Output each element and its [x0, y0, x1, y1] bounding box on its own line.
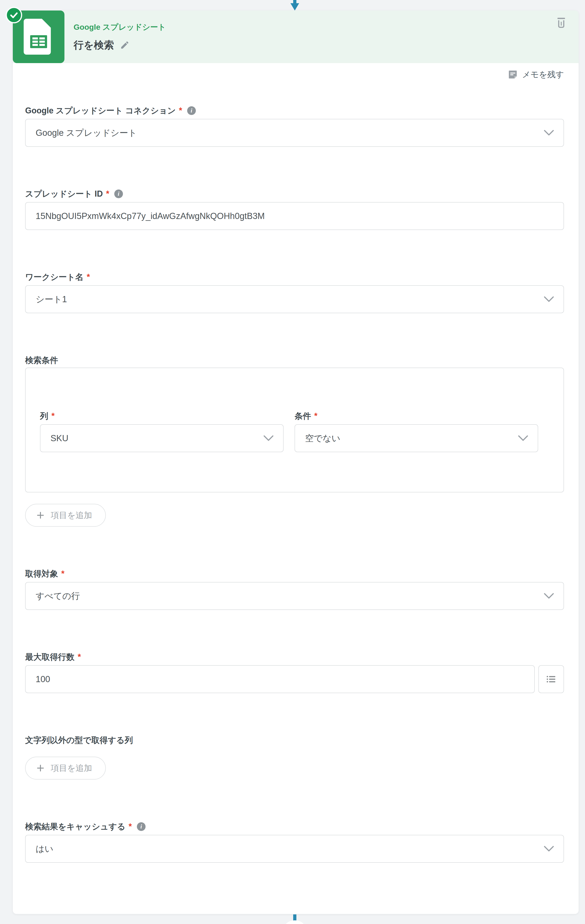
- cache-value: はい: [36, 843, 53, 855]
- app-name-label: Google スプレッドシート: [74, 22, 166, 32]
- column-label: 列: [40, 411, 48, 422]
- required-mark: *: [51, 411, 54, 421]
- field-worksheet-name: ワークシート名 * シート1: [25, 272, 564, 313]
- connector-arrow-icon: [290, 3, 299, 10]
- field-non-string-columns: 文字列以外の型で取得する列 項目を追加: [25, 735, 564, 779]
- max-rows-label: 最大取得行数: [25, 652, 74, 663]
- cache-select[interactable]: はい: [25, 835, 564, 863]
- chevron-down-icon: [544, 846, 554, 852]
- worksheet-name-label: ワークシート名: [25, 272, 83, 283]
- leave-note-link[interactable]: メモを残す: [13, 69, 564, 81]
- info-icon[interactable]: i: [137, 822, 145, 831]
- plus-icon: [36, 764, 45, 772]
- step-title: 行を検索: [74, 39, 114, 51]
- add-condition-button[interactable]: 項目を追加: [25, 504, 106, 527]
- target-label: 取得対象: [25, 568, 58, 579]
- next-node-hint: [285, 920, 305, 924]
- required-mark: *: [314, 411, 317, 421]
- column-select[interactable]: SKU: [40, 424, 283, 452]
- info-icon[interactable]: i: [114, 190, 123, 198]
- google-sheets-app-tile: [13, 10, 64, 63]
- max-rows-value: 100: [36, 674, 50, 684]
- target-select[interactable]: すべての行: [25, 582, 564, 610]
- chevron-down-icon: [518, 435, 528, 441]
- chevron-down-icon: [264, 435, 274, 441]
- required-mark: *: [78, 652, 81, 662]
- insert-variable-button[interactable]: [538, 665, 564, 693]
- required-mark: *: [87, 272, 90, 282]
- workflow-canvas: { "ui": { "required": "*", "info": "i" }…: [0, 0, 585, 924]
- note-icon: [508, 69, 518, 80]
- leave-note-label: メモを残す: [522, 69, 564, 80]
- condition-column-group: 列 * SKU: [40, 411, 283, 452]
- connection-value: Google スプレッドシート: [36, 127, 137, 139]
- required-mark: *: [106, 189, 109, 199]
- target-value: すべての行: [36, 590, 80, 602]
- list-icon: [545, 673, 557, 685]
- info-icon[interactable]: i: [187, 106, 196, 115]
- plus-icon: [36, 511, 45, 520]
- add-non-string-column-button[interactable]: 項目を追加: [25, 757, 106, 779]
- required-mark: *: [129, 822, 132, 832]
- field-cache: 検索結果をキャッシュする * i はい: [25, 822, 564, 863]
- cache-label: 検索結果をキャッシュする: [25, 821, 125, 832]
- connection-label: Google スプレッドシート コネクション: [25, 105, 176, 116]
- field-connection: Google スプレッドシート コネクション * i Google スプレッドシ…: [25, 106, 564, 147]
- condition-operator-group: 条件 * 空でない: [295, 411, 538, 452]
- search-conditions-label: 検索条件: [25, 355, 58, 366]
- chevron-down-icon: [544, 296, 554, 302]
- required-mark: *: [179, 106, 182, 116]
- delete-step-button[interactable]: [555, 16, 567, 29]
- condition-select[interactable]: 空でない: [295, 424, 538, 452]
- search-conditions-box: 列 * SKU 条件 *: [25, 368, 564, 492]
- trash-icon: [556, 16, 566, 28]
- add-non-string-column-label: 項目を追加: [51, 762, 92, 774]
- worksheet-name-value: シート1: [36, 294, 67, 305]
- chevron-down-icon: [544, 593, 554, 599]
- step-card-google-sheets: Google スプレッドシート 行を検索 メモを残す: [13, 10, 578, 914]
- connection-select[interactable]: Google スプレッドシート: [25, 119, 564, 147]
- spreadsheet-id-input[interactable]: 15NbgOUI5PxmWk4xCp77y_idAwGzAfwgNkQOHh0g…: [25, 202, 564, 230]
- required-mark: *: [61, 569, 64, 579]
- condition-value: 空でない: [305, 432, 341, 444]
- field-target: 取得対象 * すべての行: [25, 569, 564, 610]
- step-header-texts: Google スプレッドシート 行を検索: [74, 22, 166, 51]
- column-value: SKU: [51, 434, 68, 443]
- non-string-columns-label: 文字列以外の型で取得する列: [25, 735, 133, 746]
- field-spreadsheet-id: スプレッドシート ID * i 15NbgOUI5PxmWk4xCp77y_id…: [25, 189, 564, 230]
- google-sheets-doc-icon: [23, 19, 54, 55]
- worksheet-name-select[interactable]: シート1: [25, 285, 564, 313]
- edit-pencil-icon[interactable]: [120, 40, 130, 50]
- chevron-down-icon: [544, 130, 554, 136]
- add-condition-label: 項目を追加: [51, 510, 92, 521]
- field-max-rows: 最大取得行数 * 100: [25, 652, 564, 693]
- spreadsheet-id-value: 15NbgOUI5PxmWk4xCp77y_idAwGzAfwgNkQOHh0g…: [36, 211, 265, 221]
- step-form: Google スプレッドシート コネクション * i Google スプレッドシ…: [13, 106, 578, 863]
- spreadsheet-id-label: スプレッドシート ID: [25, 188, 103, 200]
- step-card-header: Google スプレッドシート 行を検索: [13, 10, 578, 63]
- condition-label: 条件: [295, 411, 311, 422]
- step-success-check-badge: [6, 7, 22, 23]
- field-search-conditions: 検索条件 列 * SKU: [25, 355, 564, 527]
- check-icon: [9, 10, 19, 20]
- max-rows-input[interactable]: 100: [25, 665, 535, 693]
